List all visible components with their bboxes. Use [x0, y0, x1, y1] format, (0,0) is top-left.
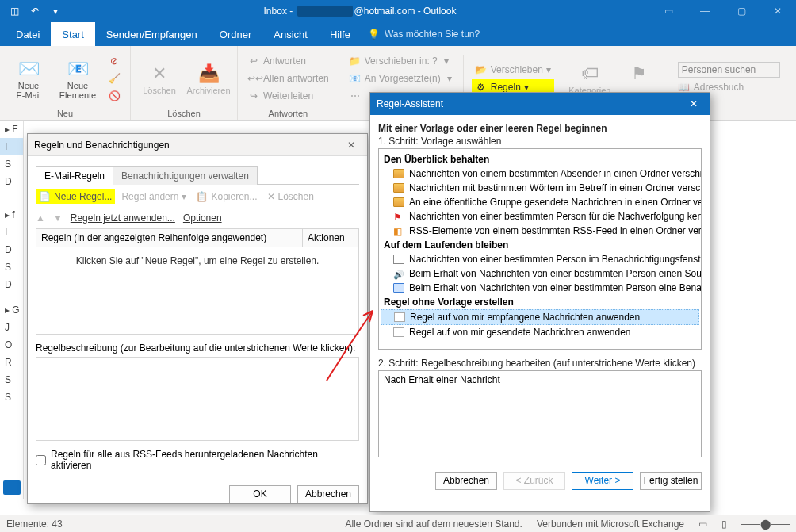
junk-icon[interactable]: 🚫 — [105, 88, 124, 104]
tab-datei[interactable]: Datei — [5, 22, 51, 46]
rules-dialog-title: Regeln und Benachrichtigungen ✕ — [28, 134, 367, 156]
reply-all-button[interactable]: ↩↩Allen antworten — [244, 71, 332, 86]
nav-g[interactable]: ▸ G — [0, 301, 23, 319]
tell-me[interactable]: 💡 Was möchten Sie tun? — [368, 29, 480, 40]
wizard-desc-box: Nach Erhalt einer Nachricht — [378, 370, 702, 457]
close-icon[interactable]: ✕ — [760, 0, 796, 22]
rule-wizard-dialog: Regel-Assistent ✕ Mit einer Vorlage oder… — [369, 92, 710, 512]
status-item-count: Elemente: 43 — [6, 519, 63, 530]
rules-dialog-close-icon[interactable]: ✕ — [342, 140, 361, 151]
status-bar: Elemente: 43 Alle Ordner sind auf dem ne… — [0, 515, 796, 532]
ignore-icon[interactable]: ⊘ — [105, 53, 124, 69]
tree-item-play-sound[interactable]: Beim Erhalt von Nachrichten von einer be… — [379, 266, 701, 281]
rss-checkbox[interactable] — [36, 455, 46, 465]
change-rule-button[interactable]: Regel ändern▾ — [118, 189, 189, 204]
status-folders: Alle Ordner sind auf dem neuesten Stand. — [345, 519, 522, 530]
nav-d2[interactable]: D — [0, 241, 23, 258]
options-link[interactable]: Optionen — [183, 212, 222, 224]
rules-grid-header: Regeln (in der angezeigten Reihenfolge a… — [36, 228, 359, 247]
wizard-back-button[interactable]: < Zurück — [503, 472, 565, 490]
new-email-button[interactable]: ✉️Neue E-Mail — [6, 52, 51, 105]
nav-inbox[interactable]: I — [0, 138, 23, 155]
status-connected: Verbunden mit Microsoft Exchange — [537, 519, 684, 530]
rule-desc-box — [36, 357, 359, 441]
tab-start[interactable]: Start — [51, 22, 94, 46]
rss-checkbox-label: Regeln für alle aus RSS-Feeds herunterge… — [51, 449, 359, 471]
tree-item-group-folder[interactable]: An eine öffentliche Gruppe gesendete Nac… — [379, 195, 701, 209]
move-down-icon[interactable]: ▼ — [53, 212, 63, 224]
delete-button[interactable]: ✕Löschen — [137, 52, 182, 105]
nav-fav[interactable]: ▸ F — [0, 121, 23, 138]
delete-rule-button[interactable]: ✕Löschen — [264, 189, 317, 204]
nav-s[interactable]: S — [0, 155, 23, 173]
wizard-next-button[interactable]: Weiter > — [572, 472, 633, 490]
wizard-cancel-button[interactable]: Abbrechen — [435, 472, 497, 490]
new-rule-button[interactable]: 📄Neue Regel... — [36, 189, 115, 204]
nav-j[interactable]: J — [0, 319, 23, 336]
bulb-icon: 💡 — [368, 29, 380, 40]
move-to-button[interactable]: 📁Verschieben in: ?▾ — [346, 53, 455, 69]
rules-cancel-button[interactable]: Abbrechen — [297, 485, 359, 503]
archive-button[interactable]: 📥Archivieren — [186, 52, 231, 105]
tree-cat-blank: Regel ohne Vorlage erstellen — [379, 295, 701, 309]
zoom-slider[interactable]: ——⬤—— — [741, 519, 790, 530]
ribbon-options-icon[interactable]: ▭ — [650, 0, 687, 22]
tree-item-alert-window[interactable]: Nachrichten von einer bestimmten Person … — [379, 252, 701, 266]
to-manager-button[interactable]: 📧An Vorgesetzte(n)▾ — [346, 71, 455, 86]
window-title: Inbox - @hotmail.com - Outlook — [70, 6, 650, 17]
minimize-icon[interactable]: — — [687, 0, 723, 22]
folder-pane: ▸ F I S D ▸ f I D S D ▸ G J O R S S — [0, 121, 24, 499]
nav-i2[interactable]: I — [0, 224, 23, 241]
move-up-icon[interactable]: ▲ — [36, 212, 45, 224]
tree-item-sender-folder[interactable]: Nachrichten von einem bestimmten Absende… — [379, 166, 701, 181]
rules-dialog: Regeln und Benachrichtigungen ✕ E-Mail-R… — [27, 133, 368, 504]
template-tree: Den Überblick behalten Nachrichten von e… — [378, 148, 702, 350]
rules-ok-button[interactable]: OK — [229, 485, 291, 503]
tree-item-flag-followup[interactable]: Nachrichten von einer bestimmten Person … — [379, 209, 701, 224]
view-normal-icon[interactable]: ▭ — [698, 519, 707, 530]
tree-item-rss-folder[interactable]: RSS-Elemente von einem bestimmten RSS-Fe… — [379, 224, 701, 238]
tab-ansicht[interactable]: Ansicht — [262, 22, 319, 46]
rule-desc-label: Regelbeschreibung (zur Bearbeitung auf d… — [36, 343, 359, 354]
maximize-icon[interactable]: ▢ — [723, 0, 760, 22]
tree-item-received-messages[interactable]: Regel auf von mir empfangene Nachrichten… — [381, 309, 699, 325]
qat-undo-icon[interactable]: ↶ — [25, 2, 44, 20]
rules-grid-body: Klicken Sie auf "Neue Regel", um eine Re… — [36, 247, 359, 335]
nav-account[interactable]: ▸ f — [0, 206, 23, 224]
nav-r[interactable]: R — [0, 354, 23, 371]
wizard-finish-button[interactable]: Fertig stellen — [640, 472, 702, 490]
tab-email-rules[interactable]: E-Mail-Regeln — [36, 166, 113, 185]
copy-rule-button[interactable]: 📋Kopieren... — [193, 189, 260, 204]
tab-ordner[interactable]: Ordner — [209, 22, 262, 46]
nav-s3[interactable]: S — [0, 371, 23, 388]
nav-d[interactable]: D — [0, 173, 23, 190]
qat-customize-icon[interactable]: ▾ — [46, 2, 65, 20]
tree-item-sent-messages[interactable]: Regel auf von mir gesendete Nachrichten … — [379, 325, 701, 339]
tab-notifications[interactable]: Benachrichtigungen verwalten — [113, 166, 258, 185]
view-reading-icon[interactable]: ▯ — [721, 519, 727, 530]
nav-d3[interactable]: D — [0, 276, 23, 293]
wizard-intro: Mit einer Vorlage oder einer leeren Rege… — [378, 123, 702, 134]
nav-s4[interactable]: S — [0, 388, 23, 406]
qat-outlook-icon[interactable]: ◫ — [5, 2, 24, 20]
wizard-step1-label: 1. Schritt: Vorlage auswählen — [378, 136, 702, 147]
reply-button[interactable]: ↩Antworten — [244, 53, 332, 69]
nav-s2[interactable]: S — [0, 258, 23, 276]
tree-item-mobile-alert[interactable]: Beim Erhalt von Nachrichten von einer be… — [379, 281, 701, 295]
redacted-email — [297, 6, 353, 17]
wizard-close-icon[interactable]: ✕ — [684, 98, 703, 109]
move-button[interactable]: 📂Verschieben▾ — [472, 62, 554, 78]
tree-item-subject-folder[interactable]: Nachrichten mit bestimmten Wörtern im Be… — [379, 181, 701, 195]
mail-module-icon[interactable] — [3, 480, 21, 495]
tab-hilfe[interactable]: Hilfe — [319, 22, 362, 46]
new-items-button[interactable]: 📧Neue Elemente — [55, 52, 100, 105]
menu-bar: Datei Start Senden/Empfangen Ordner Ansi… — [0, 22, 796, 46]
cleanup-icon[interactable]: 🧹 — [105, 71, 124, 86]
forward-button[interactable]: ↪Weiterleiten — [244, 88, 332, 104]
wizard-step2-label: 2. Schritt: Regelbeschreibung bearbeiten… — [378, 358, 702, 369]
search-people-input[interactable]: Personen suchen — [675, 62, 783, 78]
nav-o[interactable]: O — [0, 336, 23, 354]
tab-senden[interactable]: Senden/Empfangen — [95, 22, 209, 46]
wizard-title-bar: Regel-Assistent ✕ — [370, 93, 710, 115]
run-rules-now-link[interactable]: Regeln jetzt anwenden... — [71, 212, 175, 224]
